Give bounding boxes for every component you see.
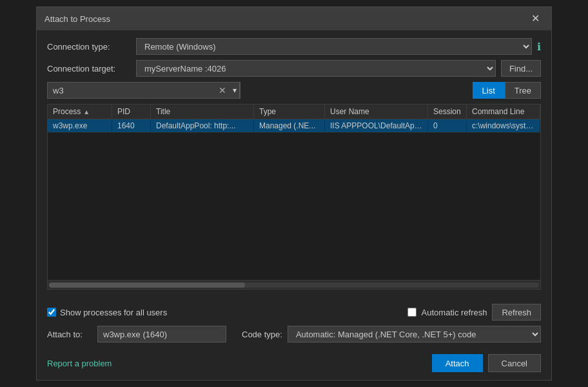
dialog-title: Attach to Process <box>44 14 110 24</box>
process-table: Process ▲ PID Title Type User Name Sessi… <box>47 104 541 290</box>
attach-button[interactable]: Attach <box>432 354 483 372</box>
show-all-users-checkbox[interactable] <box>47 308 56 317</box>
scrollbar-thumb <box>49 283 245 288</box>
cell-title: DefaultAppPool: http:... <box>151 119 254 132</box>
col-header-pid[interactable]: PID <box>112 104 151 119</box>
connection-type-row: Connection type: Remote (Windows) ℹ <box>47 38 541 55</box>
action-buttons: Attach Cancel <box>432 354 541 372</box>
title-bar: Attach to Process ✕ <box>37 7 551 30</box>
filter-row: ✕ ▾ List Tree <box>47 82 541 99</box>
attach-to-row: Attach to: Code type: Automatic: Managed… <box>47 326 541 342</box>
cell-username: IIS APPPOOL\DefaultAppPool <box>325 119 428 132</box>
report-problem-link[interactable]: Report a problem <box>47 359 112 368</box>
col-header-cmdline[interactable]: Command Line <box>467 104 540 119</box>
code-type-label: Code type: <box>242 330 282 339</box>
filter-dropdown-button[interactable]: ▾ <box>230 82 240 99</box>
cell-cmdline: c:\windows\system... <box>467 119 540 132</box>
filter-input-wrap: ✕ ▾ <box>47 82 240 99</box>
table-body: w3wp.exe 1640 DefaultAppPool: http:... M… <box>48 119 540 280</box>
dialog-content: Connection type: Remote (Windows) ℹ Conn… <box>37 30 551 297</box>
sort-arrow-process: ▲ <box>83 108 90 115</box>
col-header-title[interactable]: Title <box>151 104 254 119</box>
auto-refresh-checkbox[interactable] <box>407 308 416 317</box>
refresh-button[interactable]: Refresh <box>492 304 541 321</box>
show-all-users-label[interactable]: Show processes for all users <box>60 308 167 317</box>
col-header-session[interactable]: Session <box>428 104 467 119</box>
checkbox-refresh-row: Show processes for all users Automatic r… <box>47 304 541 321</box>
info-icon[interactable]: ℹ <box>537 41 541 53</box>
table-row[interactable]: w3wp.exe 1640 DefaultAppPool: http:... M… <box>48 119 540 133</box>
connection-target-row: Connection target: myServerName :4026 Fi… <box>47 60 541 77</box>
code-type-select[interactable]: Automatic: Managed (.NET Core, .NET 5+) … <box>288 326 541 342</box>
col-header-username[interactable]: User Name <box>325 104 428 119</box>
cell-pid: 1640 <box>112 119 151 132</box>
attach-to-input[interactable] <box>97 326 226 342</box>
connection-type-label: Connection type: <box>47 42 131 52</box>
cell-session: 0 <box>428 119 467 132</box>
cell-type: Managed (.NE... <box>254 119 325 132</box>
horizontal-scrollbar[interactable] <box>48 280 540 289</box>
col-header-type[interactable]: Type <box>254 104 325 119</box>
cancel-button[interactable]: Cancel <box>488 354 541 372</box>
connection-type-select[interactable]: Remote (Windows) <box>136 38 532 55</box>
close-button[interactable]: ✕ <box>527 12 544 25</box>
show-all-users-row: Show processes for all users <box>47 308 167 317</box>
find-button[interactable]: Find... <box>501 60 541 77</box>
connection-target-select[interactable]: myServerName :4026 <box>136 60 496 77</box>
footer-row: Report a problem Attach Cancel <box>37 349 551 380</box>
attach-to-label: Attach to: <box>47 330 92 339</box>
auto-refresh-area: Automatic refresh Refresh <box>407 304 541 321</box>
connection-target-label: Connection target: <box>47 64 131 74</box>
tree-view-button[interactable]: Tree <box>505 82 541 99</box>
filter-clear-button[interactable]: ✕ <box>215 85 230 95</box>
table-header: Process ▲ PID Title Type User Name Sessi… <box>48 104 540 119</box>
scrollbar-track <box>49 283 539 288</box>
filter-input[interactable] <box>48 84 215 97</box>
auto-refresh-label[interactable]: Automatic refresh <box>422 308 487 317</box>
col-header-process[interactable]: Process ▲ <box>48 104 112 119</box>
bottom-section: Show processes for all users Automatic r… <box>37 297 551 349</box>
attach-to-process-dialog: Attach to Process ✕ Connection type: Rem… <box>36 6 552 381</box>
view-buttons: List Tree <box>473 82 541 99</box>
cell-process: w3wp.exe <box>48 119 112 132</box>
list-view-button[interactable]: List <box>473 82 505 99</box>
